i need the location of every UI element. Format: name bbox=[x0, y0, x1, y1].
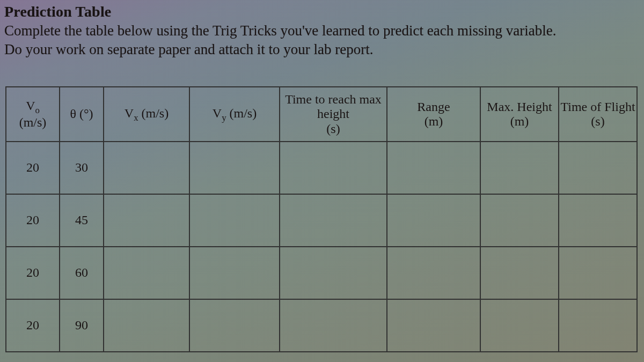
cell-theta: 30 bbox=[60, 142, 104, 194]
cell-range bbox=[387, 299, 480, 352]
cell-vo: 20 bbox=[6, 142, 60, 194]
table-row: 20 90 bbox=[6, 299, 637, 352]
cell-vy bbox=[189, 194, 280, 247]
table-row: 20 30 bbox=[6, 142, 637, 194]
cell-vx bbox=[104, 247, 189, 299]
cell-hmax bbox=[480, 142, 559, 194]
cell-vo: 20 bbox=[6, 299, 60, 352]
cell-tof bbox=[559, 194, 637, 247]
cell-hmax bbox=[480, 247, 559, 299]
instructions-block: Complete the table below using the Trig … bbox=[4, 21, 640, 58]
col-header-vo: Vo (m/s) bbox=[6, 87, 60, 142]
instructions-line-2: Do your work on separate paper and attac… bbox=[4, 41, 374, 57]
col-header-vx: Vx (m/s) bbox=[104, 87, 189, 142]
col-header-hmax: Max. Height (m) bbox=[480, 87, 559, 142]
worksheet-page: Prediction Table Complete the table belo… bbox=[0, 0, 644, 352]
cell-theta: 45 bbox=[60, 194, 104, 247]
prediction-table: Vo (m/s) θ (°) Vx (m/s) Vy (m/s) Time to… bbox=[5, 86, 638, 352]
cell-tof bbox=[559, 299, 637, 352]
instructions-line-1: Complete the table below using the Trig … bbox=[4, 23, 556, 39]
cell-vo: 20 bbox=[6, 194, 60, 247]
cell-hmax bbox=[480, 299, 559, 352]
cell-tmax bbox=[280, 194, 387, 247]
table-header-row: Vo (m/s) θ (°) Vx (m/s) Vy (m/s) Time to… bbox=[6, 87, 637, 142]
cell-range bbox=[387, 142, 480, 194]
cell-tof bbox=[559, 142, 637, 194]
cell-vy bbox=[189, 299, 280, 352]
col-header-range: Range (m) bbox=[387, 87, 480, 142]
table-row: 20 45 bbox=[6, 194, 637, 247]
cell-range bbox=[387, 247, 480, 299]
cell-vx bbox=[104, 194, 189, 247]
cell-theta: 60 bbox=[60, 247, 104, 299]
cell-tmax bbox=[280, 299, 387, 352]
cell-tof bbox=[559, 247, 637, 299]
cell-vy bbox=[189, 142, 280, 194]
cell-vx bbox=[104, 142, 189, 194]
col-header-theta: θ (°) bbox=[60, 87, 104, 142]
cell-vy bbox=[189, 247, 280, 299]
col-header-vy: Vy (m/s) bbox=[189, 87, 280, 142]
cell-tmax bbox=[280, 142, 387, 194]
cell-theta: 90 bbox=[60, 299, 104, 352]
cell-vo: 20 bbox=[6, 247, 60, 299]
cell-hmax bbox=[480, 194, 559, 247]
cell-tmax bbox=[280, 247, 387, 299]
table-row: 20 60 bbox=[6, 247, 637, 299]
cell-vx bbox=[104, 299, 189, 352]
cell-range bbox=[387, 194, 480, 247]
col-header-tmax: Time to reach max height (s) bbox=[280, 87, 387, 142]
page-title: Prediction Table bbox=[4, 3, 640, 20]
col-header-tof: Time of Flight (s) bbox=[559, 87, 637, 142]
